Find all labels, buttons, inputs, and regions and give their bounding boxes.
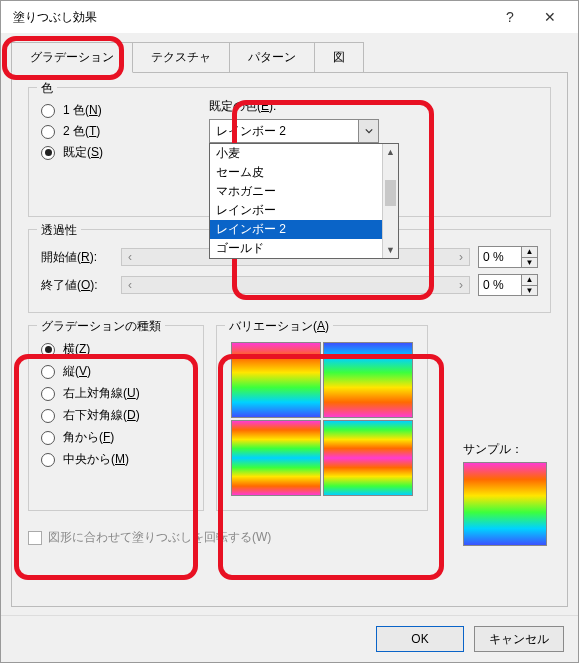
checkbox-icon [28,531,42,545]
variant-2[interactable] [323,342,413,418]
ok-button[interactable]: OK [376,626,464,652]
tab-panel-gradient: 色 1 色(N) 2 色(T) 既定(S) [11,72,568,607]
slider-right-icon: › [453,278,469,292]
spin-down-icon[interactable]: ▼ [522,258,537,268]
spinner-value: 0 % [479,250,521,264]
variant-1[interactable] [231,342,321,418]
shading-style-group: グラデーションの種類 横(Z) 縦(V) 右上対角線(U) 右下対角線(D) 角… [28,325,204,511]
colors-group: 色 1 色(N) 2 色(T) 既定(S) [28,87,551,217]
radio-icon [41,365,55,379]
transparency-legend: 透過性 [37,222,81,239]
spin-down-icon[interactable]: ▼ [522,286,537,296]
radio-vertical[interactable]: 縦(V) [41,363,191,380]
sample-label: サンプル： [463,441,563,458]
button-label: OK [411,632,428,646]
tab-picture[interactable]: 図 [314,42,364,73]
preset-colors-label: 既定の色(E): [209,98,538,115]
radio-label: 角から(F) [63,429,114,446]
scrollbar[interactable]: ▲ ▼ [382,144,398,258]
scroll-up-icon[interactable]: ▲ [383,144,398,160]
to-slider[interactable]: ‹› [121,276,470,294]
radio-label: 2 色(T) [63,123,100,140]
radio-diagonal-up[interactable]: 右上対角線(U) [41,385,191,402]
tab-label: 図 [333,50,345,64]
variant-3[interactable] [231,420,321,496]
to-label: 終了値(O): [41,277,113,294]
tab-label: グラデーション [30,50,114,64]
list-item[interactable]: レインボー 2 [210,220,398,239]
sample-area: サンプル： [463,441,563,546]
tab-gradient[interactable]: グラデーション [11,42,133,73]
spin-up-icon[interactable]: ▲ [522,247,537,258]
tab-label: パターン [248,50,296,64]
radio-preset[interactable]: 既定(S) [41,144,181,161]
radio-icon [41,125,55,139]
radio-label: 中央から(M) [63,451,129,468]
radio-icon [41,453,55,467]
variants-legend: バリエーション(A) [225,318,333,335]
tab-texture[interactable]: テクスチャ [132,42,230,73]
checkbox-label: 図形に合わせて塗りつぶしを回転する(W) [48,529,271,546]
button-label: キャンセル [489,631,549,648]
radio-icon [41,146,55,160]
radio-from-center[interactable]: 中央から(M) [41,451,191,468]
chevron-down-icon [358,120,378,142]
tab-strip: グラデーション テクスチャ パターン 図 [1,33,578,72]
spin-up-icon[interactable]: ▲ [522,275,537,286]
variant-4[interactable] [323,420,413,496]
list-item[interactable]: マホガニー [210,182,398,201]
radio-label: 既定(S) [63,144,103,161]
slider-left-icon: ‹ [122,250,138,264]
preset-colors-combo[interactable]: レインボー 2 小麦 セーム皮 マホガニー レインボー レインボー 2 ゴールド… [209,119,379,143]
radio-icon [41,431,55,445]
radio-label: 縦(V) [63,363,91,380]
radio-label: 横(Z) [63,341,90,358]
cancel-button[interactable]: キャンセル [474,626,564,652]
combo-selected-text: レインボー 2 [210,123,358,140]
slider-right-icon: › [453,250,469,264]
close-button[interactable]: ✕ [530,9,570,25]
from-spinner[interactable]: 0 %▲▼ [478,246,538,268]
to-spinner[interactable]: 0 %▲▼ [478,274,538,296]
colors-legend: 色 [37,80,57,97]
radio-one-color[interactable]: 1 色(N) [41,102,181,119]
preset-colors-listbox[interactable]: 小麦 セーム皮 マホガニー レインボー レインボー 2 ゴールド ▲ ▼ [209,143,399,259]
style-legend: グラデーションの種類 [37,318,165,335]
title-bar: 塗りつぶし効果 ? ✕ [1,1,578,33]
slider-left-icon: ‹ [122,278,138,292]
scroll-thumb[interactable] [385,180,396,206]
radio-icon [41,104,55,118]
list-item[interactable]: 小麦 [210,144,398,163]
list-item[interactable]: セーム皮 [210,163,398,182]
radio-icon [41,387,55,401]
sample-swatch [463,462,547,546]
radio-from-corner[interactable]: 角から(F) [41,429,191,446]
radio-icon [41,409,55,423]
dialog-footer: OK キャンセル [1,615,578,662]
from-label: 開始値(R): [41,249,113,266]
dialog-title: 塗りつぶし効果 [9,9,490,26]
spinner-value: 0 % [479,278,521,292]
fill-effects-dialog: 塗りつぶし効果 ? ✕ グラデーション テクスチャ パターン 図 色 1 色(N… [0,0,579,663]
radio-label: 右下対角線(D) [63,407,140,424]
help-button[interactable]: ? [490,9,530,25]
scroll-down-icon[interactable]: ▼ [383,242,398,258]
radio-label: 右上対角線(U) [63,385,140,402]
radio-label: 1 色(N) [63,102,102,119]
radio-two-color[interactable]: 2 色(T) [41,123,181,140]
list-item[interactable]: レインボー [210,201,398,220]
variants-group: バリエーション(A) [216,325,428,511]
radio-diagonal-down[interactable]: 右下対角線(D) [41,407,191,424]
radio-horizontal[interactable]: 横(Z) [41,341,191,358]
radio-icon [41,343,55,357]
list-item[interactable]: ゴールド [210,239,398,258]
tab-pattern[interactable]: パターン [229,42,315,73]
tab-label: テクスチャ [151,50,211,64]
